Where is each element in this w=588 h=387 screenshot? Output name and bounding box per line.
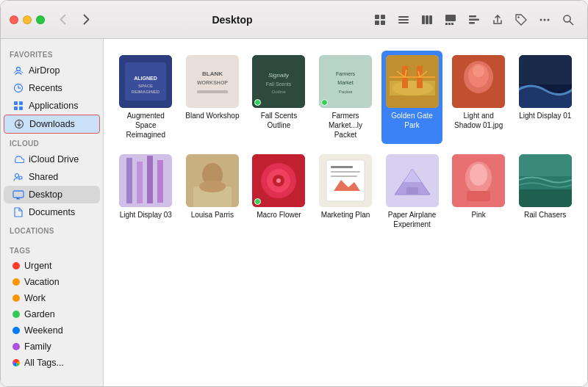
sidebar-weekend-label: Weekend xyxy=(24,325,63,336)
sidebar-downloads-label: Downloads xyxy=(29,119,75,129)
applications-icon xyxy=(12,100,24,112)
svg-rect-41 xyxy=(197,90,228,93)
urgent-tag-dot xyxy=(12,262,20,270)
svg-text:BLANK: BLANK xyxy=(202,70,223,77)
file-label-rail: Rail Chasers xyxy=(524,210,566,220)
svg-rect-87 xyxy=(406,187,418,195)
close-button[interactable] xyxy=(10,15,18,24)
more-button[interactable] xyxy=(534,10,555,30)
view-list-button[interactable] xyxy=(393,10,414,30)
file-thumb-golden xyxy=(386,55,439,108)
file-item-louisa[interactable]: Louisa Parris xyxy=(182,150,243,234)
sidebar-icloud-label: iCloud Drive xyxy=(29,154,79,164)
file-thumb-marketing xyxy=(319,154,372,207)
sidebar-item-family[interactable]: Family xyxy=(4,339,100,355)
file-item-pink[interactable]: Pink xyxy=(448,150,509,234)
svg-point-31 xyxy=(19,176,22,179)
svg-text:Signally: Signally xyxy=(268,72,290,79)
sidebar-all-tags-label: All Tags... xyxy=(24,358,64,368)
sidebar-airdrop-label: AirDrop xyxy=(29,65,60,76)
file-thumb-light-shadow xyxy=(452,55,505,108)
maximize-button[interactable] xyxy=(36,15,45,24)
share-button[interactable] xyxy=(487,10,508,30)
svg-rect-83 xyxy=(331,171,360,173)
farmers-green-dot xyxy=(321,99,328,106)
svg-rect-14 xyxy=(469,15,476,18)
file-item-augmented[interactable]: ALIGNEDSPACEREIMAGINED Augmented Space R… xyxy=(115,51,176,144)
sidebar: Favorites AirDrop Recents Applications xyxy=(1,39,104,386)
svg-rect-11 xyxy=(445,23,448,25)
file-item-farmers[interactable]: FarmersMarketPacket Farmers Market...ly … xyxy=(315,51,376,144)
file-thumb-pink xyxy=(452,154,505,207)
search-button[interactable] xyxy=(558,10,578,30)
file-thumb-paper xyxy=(386,154,439,207)
sidebar-item-airdrop[interactable]: AirDrop xyxy=(4,62,100,79)
svg-rect-8 xyxy=(426,15,429,24)
shared-icon xyxy=(12,171,24,183)
sidebar-item-documents[interactable]: Documents xyxy=(4,203,100,221)
svg-rect-67 xyxy=(126,158,132,203)
file-label-light-shadow: Light and Shadow 01.jpg xyxy=(451,111,506,130)
svg-text:Outline: Outline xyxy=(272,90,287,94)
svg-point-20 xyxy=(548,18,550,21)
sidebar-item-vacation[interactable]: Vacation xyxy=(4,274,100,290)
svg-rect-12 xyxy=(448,23,451,25)
file-item-light-shadow[interactable]: Light and Shadow 01.jpg xyxy=(448,51,509,144)
file-label-golden: Golden Gate Park xyxy=(384,111,440,130)
svg-rect-3 xyxy=(381,21,385,25)
file-item-light-display03[interactable]: Light Display 03 xyxy=(115,150,176,234)
file-thumb-fall: SignallyFall ScentsOutline xyxy=(252,55,305,108)
file-item-marketing[interactable]: Marketing Plan xyxy=(315,150,376,234)
file-item-bland[interactable]: BLANKWORKSHOP Bland Workshop xyxy=(182,51,243,144)
file-item-golden-gate[interactable]: Golden Gate Park xyxy=(381,51,442,144)
sidebar-item-icloud-drive[interactable]: iCloud Drive xyxy=(4,151,100,168)
sidebar-family-label: Family xyxy=(24,341,51,352)
file-area: ALIGNEDSPACEREIMAGINED Augmented Space R… xyxy=(104,39,587,386)
svg-rect-28 xyxy=(19,106,23,110)
back-button[interactable] xyxy=(54,11,71,29)
svg-rect-2 xyxy=(375,21,379,25)
svg-line-22 xyxy=(570,21,573,25)
view-columns-button[interactable] xyxy=(417,10,437,30)
forward-button[interactable] xyxy=(77,11,95,29)
recents-icon xyxy=(12,82,24,94)
view-group-button[interactable] xyxy=(464,10,484,30)
file-thumb-macro xyxy=(252,154,305,207)
file-item-rail[interactable]: Rail Chasers xyxy=(514,150,576,234)
file-item-paper[interactable]: Paper Airplane Experiment xyxy=(381,150,442,234)
sidebar-item-recents[interactable]: Recents xyxy=(4,79,100,97)
work-tag-dot xyxy=(12,294,20,302)
file-label-pink: Pink xyxy=(471,210,485,220)
sidebar-item-work[interactable]: Work xyxy=(4,290,100,306)
file-label-light-display01: Light Display 01 xyxy=(519,111,571,120)
view-grid-button[interactable] xyxy=(370,10,390,30)
documents-icon xyxy=(12,206,24,218)
sidebar-recents-label: Recents xyxy=(29,83,62,93)
tag-button[interactable] xyxy=(511,10,531,30)
sidebar-item-garden[interactable]: Garden xyxy=(4,306,100,322)
svg-point-74 xyxy=(199,181,226,192)
svg-rect-13 xyxy=(451,23,453,25)
file-thumb-louisa xyxy=(186,154,239,207)
sidebar-garden-label: Garden xyxy=(24,309,55,319)
minimize-button[interactable] xyxy=(23,15,32,24)
sidebar-item-downloads[interactable]: Downloads xyxy=(4,115,100,134)
file-label-paper: Paper Airplane Experiment xyxy=(384,210,440,229)
svg-rect-91 xyxy=(467,191,490,201)
view-gallery-button[interactable] xyxy=(440,10,461,30)
file-label-augmented: Augmented Space Reimagined xyxy=(118,111,173,140)
sidebar-item-applications[interactable]: Applications xyxy=(4,97,100,115)
sidebar-item-weekend[interactable]: Weekend xyxy=(4,322,100,339)
sidebar-item-all-tags[interactable]: All Tags... xyxy=(4,355,100,371)
file-item-macro[interactable]: Macro Flower xyxy=(248,150,309,234)
sidebar-item-shared[interactable]: Shared xyxy=(4,168,100,186)
sidebar-item-urgent[interactable]: Urgent xyxy=(4,258,100,274)
svg-rect-94 xyxy=(519,189,572,207)
sidebar-item-desktop[interactable]: Desktop xyxy=(4,186,100,203)
locations-label: Locations xyxy=(1,221,103,238)
vacation-tag-dot xyxy=(12,278,20,286)
svg-rect-4 xyxy=(398,16,409,18)
file-item-light-display01[interactable]: Light Display 01 xyxy=(514,51,576,144)
window-title: Desktop xyxy=(101,14,364,26)
file-item-fall-scents[interactable]: SignallyFall ScentsOutline Fall Scents O… xyxy=(248,51,309,144)
